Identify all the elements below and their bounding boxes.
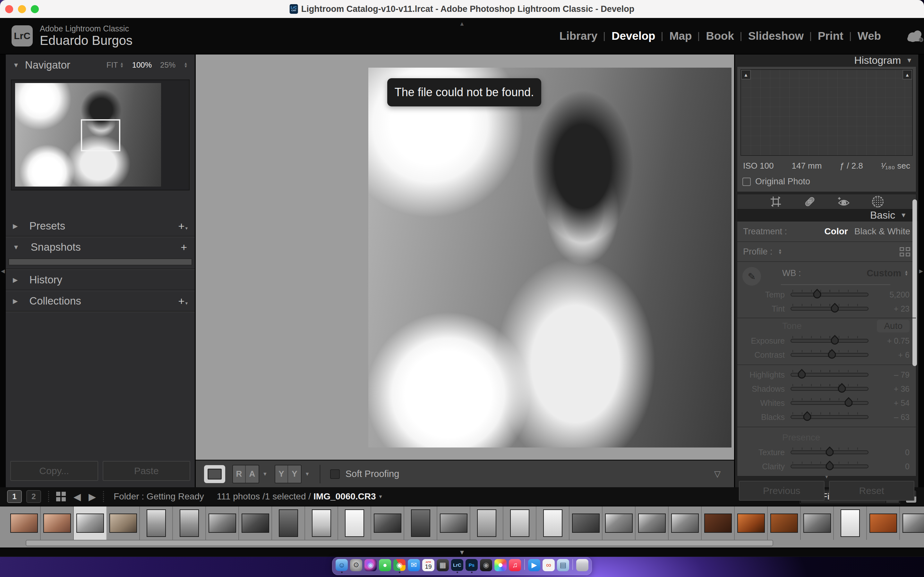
profile-browser-icon[interactable] bbox=[900, 247, 910, 256]
zoom-100-option[interactable]: 100% bbox=[132, 61, 152, 69]
panel-section-header[interactable]: ▶ History bbox=[6, 270, 195, 290]
filmstrip-cell[interactable] bbox=[272, 506, 305, 540]
sync-cloud-icon[interactable]: ‖ bbox=[906, 29, 924, 43]
filmstrip-cell[interactable] bbox=[206, 506, 239, 540]
profile-stepper-icon[interactable]: ▲▼ bbox=[779, 249, 782, 255]
zoom-fit-option[interactable]: FIT ▲▼ bbox=[107, 61, 124, 69]
dock-app-icon[interactable]: ⚙ bbox=[350, 559, 362, 571]
photo-thumbnail[interactable] bbox=[110, 514, 137, 533]
crop-tool-icon[interactable] bbox=[768, 194, 783, 209]
dock-app-icon[interactable]: ◉ bbox=[480, 559, 492, 571]
photo-thumbnail[interactable] bbox=[76, 514, 104, 533]
basic-collapse-icon[interactable]: ▼ bbox=[900, 211, 907, 219]
filmstrip-cell[interactable] bbox=[74, 506, 107, 540]
photo-thumbnail[interactable] bbox=[43, 514, 71, 533]
photo-thumbnail[interactable] bbox=[605, 514, 633, 533]
folder-breadcrumb[interactable]: Folder : Getting Ready bbox=[113, 492, 204, 502]
slider-track[interactable] bbox=[790, 373, 869, 377]
left-panel-reveal-arrow[interactable]: ◀ bbox=[0, 55, 6, 487]
photo-thumbnail[interactable] bbox=[208, 514, 236, 533]
dock-item[interactable]: ✉ bbox=[408, 559, 420, 573]
dock-app-icon[interactable]: ▶ bbox=[528, 559, 540, 571]
slider-value[interactable]: – 79 bbox=[874, 370, 909, 380]
dock-app-icon[interactable]: APR 19 bbox=[422, 559, 435, 571]
dock-app-icon[interactable] bbox=[576, 559, 588, 571]
filmstrip-scrollbar[interactable] bbox=[26, 540, 773, 546]
filmstrip-cell[interactable] bbox=[900, 506, 924, 540]
section-plus-icon[interactable] bbox=[187, 279, 188, 280]
filmstrip-cell[interactable] bbox=[801, 506, 834, 540]
module-tab[interactable]: Develop bbox=[604, 29, 662, 42]
slider-track[interactable] bbox=[790, 307, 869, 311]
dock-item[interactable] bbox=[576, 559, 588, 573]
panel-section-header[interactable]: ▶ Presets +▾ bbox=[6, 216, 195, 236]
current-filename[interactable]: IMG_0060.CR3 bbox=[313, 492, 376, 502]
minimize-button[interactable] bbox=[18, 5, 26, 13]
section-plus-icon[interactable]: +▾ bbox=[178, 220, 188, 232]
module-tab[interactable]: Map bbox=[662, 29, 699, 42]
main-window-button[interactable]: 1 bbox=[7, 490, 22, 503]
dock-item[interactable]: ◉ bbox=[393, 559, 405, 573]
filmstrip-cell[interactable] bbox=[8, 506, 41, 540]
basic-header[interactable]: Basic ▼ bbox=[735, 210, 918, 221]
dock-app-icon[interactable]: LrC bbox=[451, 559, 463, 571]
dock-item[interactable]: ⚙ bbox=[350, 559, 362, 573]
filmstrip-cell[interactable] bbox=[305, 506, 338, 540]
filmstrip-cell[interactable] bbox=[239, 506, 272, 540]
dock-item[interactable]: ◉ bbox=[480, 559, 492, 573]
filmstrip-cell[interactable] bbox=[140, 506, 173, 540]
filmstrip-cell[interactable] bbox=[107, 506, 140, 540]
next-photo-arrow[interactable]: ▶ bbox=[89, 491, 96, 502]
zoom-25-option[interactable]: 25% bbox=[160, 61, 176, 69]
dock-app-icon[interactable]: ◉ bbox=[393, 559, 405, 571]
view-cell[interactable]: R bbox=[233, 466, 246, 483]
photo-thumbnail[interactable] bbox=[411, 509, 430, 537]
wb-eyedropper-icon[interactable]: ✎ bbox=[742, 267, 761, 285]
filmstrip-cell[interactable] bbox=[470, 506, 503, 540]
view-cell[interactable]: A bbox=[246, 466, 258, 483]
filmstrip-cell[interactable] bbox=[569, 506, 603, 540]
filmstrip-cell[interactable] bbox=[768, 506, 801, 540]
filmstrip-cell[interactable] bbox=[173, 506, 206, 540]
navigator-collapse-icon[interactable]: ▼ bbox=[13, 61, 19, 69]
photo-thumbnail[interactable] bbox=[10, 514, 38, 533]
filmstrip-cell[interactable] bbox=[338, 506, 371, 540]
section-plus-icon[interactable]: +▾ bbox=[178, 295, 188, 308]
photo-thumbnail[interactable] bbox=[510, 509, 529, 537]
fit-stepper-icon[interactable]: ▲▼ bbox=[120, 62, 124, 68]
slider-value[interactable]: + 6 bbox=[874, 350, 909, 359]
photo-thumbnail[interactable] bbox=[312, 509, 331, 537]
collapse-top-panel-icon[interactable]: ▲ bbox=[459, 21, 465, 27]
photo-thumbnail[interactable] bbox=[374, 514, 401, 533]
grid-view-icon[interactable] bbox=[56, 492, 66, 501]
histogram-header[interactable]: Histogram ▼ bbox=[735, 55, 918, 66]
slider-track[interactable] bbox=[790, 415, 869, 419]
slider-value[interactable]: – 63 bbox=[874, 413, 909, 422]
photo-thumbnail[interactable] bbox=[543, 509, 562, 537]
photo-thumbnail[interactable] bbox=[704, 514, 732, 533]
slider-track[interactable] bbox=[790, 387, 869, 391]
treatment-option[interactable]: Color bbox=[825, 226, 848, 237]
healing-tool-icon[interactable] bbox=[803, 194, 817, 209]
slider-value[interactable]: + 23 bbox=[874, 304, 909, 314]
photo-thumbnail[interactable] bbox=[180, 509, 199, 537]
toolbar-collapse-icon[interactable]: ▽ bbox=[714, 469, 720, 479]
right-panel-reveal-arrow[interactable]: ▶ bbox=[918, 55, 924, 487]
filmstrip-cell[interactable] bbox=[867, 506, 900, 540]
slider-track[interactable] bbox=[790, 339, 869, 343]
dock-app-icon[interactable]: ◉ bbox=[365, 559, 376, 571]
view-cell[interactable]: Y bbox=[288, 466, 301, 483]
before-after-view-button[interactable]: RA bbox=[232, 465, 259, 484]
navigator-photo[interactable] bbox=[15, 83, 161, 187]
slider-value[interactable]: + 0.75 bbox=[874, 336, 909, 346]
previous-photo-arrow[interactable]: ◀ bbox=[73, 491, 81, 502]
split-view-button[interactable]: YY bbox=[275, 465, 302, 484]
dock-item[interactable]: ▶ bbox=[528, 559, 540, 573]
dock-item[interactable] bbox=[494, 559, 507, 573]
dock-app-icon[interactable]: ● bbox=[379, 559, 391, 571]
photo-thumbnail[interactable] bbox=[869, 514, 897, 533]
filmstrip-cell[interactable] bbox=[503, 506, 536, 540]
dock-app-icon[interactable]: ☺ bbox=[336, 559, 348, 571]
dock-item[interactable]: LrC bbox=[451, 559, 463, 573]
photo-thumbnail[interactable] bbox=[279, 509, 298, 537]
